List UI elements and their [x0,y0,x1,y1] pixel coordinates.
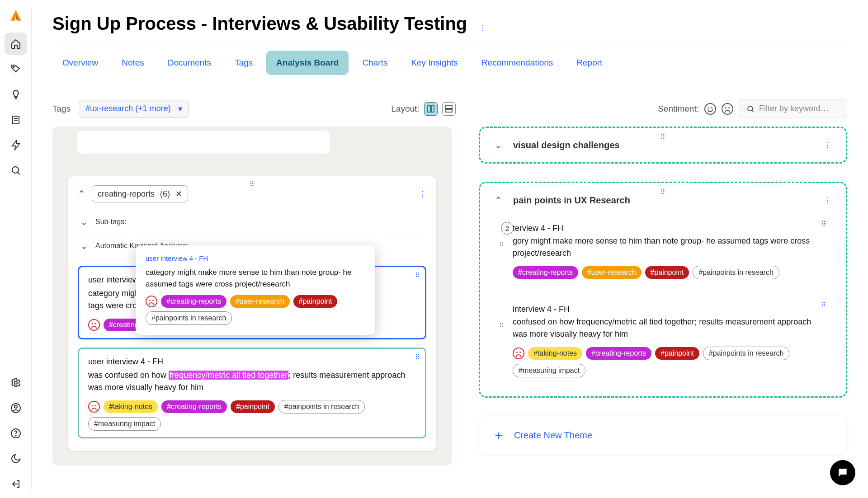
note-source: user interview 4 - FH [88,357,416,366]
page-title-more-icon[interactable]: ⋮ [479,23,486,32]
theme-more-icon[interactable]: ⋮ [824,141,831,150]
nav-tag-icon[interactable] [5,58,27,80]
tab-analysis-board[interactable]: Analysis Board [266,51,349,75]
keyword-filter-input[interactable]: Filter by keyword… [739,99,847,118]
tag-pill[interactable]: #taking-notes [528,347,582,360]
tag-pill[interactable]: #painpoints in research [146,311,232,325]
theme-note-tags: #taking-notes#creating-reports#painpoint… [513,347,822,377]
intercom-launcher[interactable] [830,460,855,485]
note-preview-popover: user interview 4 - FH category might mak… [136,245,375,335]
tag-pill[interactable]: #user-research [582,266,642,279]
svg-point-2 [13,66,14,68]
layout-columns-button[interactable] [424,102,438,116]
tab-notes[interactable]: Notes [112,51,154,75]
tab-documents[interactable]: Documents [158,51,221,75]
tab-overview[interactable]: Overview [52,51,108,75]
note-reorder-handle-icon[interactable]: ⠿ [499,322,504,329]
tags-filter-value: #ux-research (+1 more) [85,104,171,113]
svg-rect-14 [428,106,430,112]
svg-point-18 [748,106,753,111]
note-drag-handle-icon[interactable]: ⠿ [415,272,420,279]
toggle-theme-button[interactable]: ⌄ [495,140,502,150]
note-tag-row: #taking-notes#creating-reports#painpoint… [88,400,416,431]
sentiment-label: Sentiment: [658,104,699,114]
expand-subtags-button[interactable]: ⌄ [80,216,88,227]
tag-pill[interactable]: #painpoint [655,347,699,360]
create-theme-label: Create New Theme [514,430,592,441]
popover-body: category might make more sense to him th… [146,267,365,290]
theme-note-body: confused on how frequency/metric all tie… [513,316,822,340]
theme-more-icon[interactable]: ⋮ [824,196,831,205]
nav-account-icon[interactable] [5,397,27,419]
app-sidebar [0,0,32,498]
nav-home[interactable] [5,33,27,55]
nav-insights-icon[interactable] [5,83,27,106]
tab-bar: OverviewNotesDocumentsTagsAnalysis Board… [52,46,847,75]
theme-note-source: terview 4 - FH [513,224,822,233]
nav-settings-icon[interactable] [5,371,27,394]
tag-pill[interactable]: #creating-reports [161,400,227,413]
nav-docs-icon[interactable] [5,108,27,131]
note-drag-handle-icon[interactable]: ⠿ [821,220,826,227]
tab-report[interactable]: Report [566,51,612,75]
tags-filter-dropdown[interactable]: #ux-research (+1 more) ▾ [79,100,189,118]
tab-recommendations[interactable]: Recommendations [472,51,563,75]
subtags-label: Sub-tags: [95,218,126,226]
plus-icon: ＋ [492,427,505,444]
tag-pill[interactable]: #user-research [230,295,290,308]
group-more-icon[interactable]: ⋮ [419,190,426,198]
theme-note-tags: #creating-reports#user-research#painpoin… [513,266,822,279]
drag-handle-icon[interactable]: ⠿ [249,180,255,188]
svg-rect-16 [446,106,452,108]
nav-bolt-icon[interactable] [5,134,27,156]
theme-drag-handle-icon[interactable]: ⠿ [660,132,666,141]
tag-pill[interactable]: #measuring impact [88,417,161,431]
svg-point-11 [14,405,17,408]
toggle-theme-button[interactable]: ⌃ [495,195,502,206]
nav-logout-icon[interactable] [5,473,27,495]
note-drag-handle-icon[interactable]: ⠿ [821,301,826,308]
note-reorder-handle-icon[interactable]: ⠿ [499,241,504,248]
note-card[interactable]: ⠿ user interview 4 - FH was confused on … [78,348,426,438]
tag-pill[interactable]: #painpoint [293,295,338,308]
nav-darkmode-icon[interactable] [5,447,27,470]
nav-search-icon[interactable] [5,159,27,182]
tag-pill[interactable]: #painpoint [231,400,275,413]
tab-charts[interactable]: Charts [352,51,397,75]
right-column: ⠿ ⌄ visual design challenges ⋮ ⠿ ⌃ pain … [479,127,847,465]
theme-note-source: interview 4 - FH [513,305,822,314]
theme-note-card[interactable]: ⠿ ⠿ interview 4 - FH confused on how fre… [495,296,831,385]
sentiment-frown-icon [88,401,100,413]
group-tag-chip[interactable]: creating-reports (6) ✕ [92,185,188,202]
theme-title: pain points in UX Research [513,195,630,206]
svg-rect-17 [446,109,452,112]
remove-tag-icon[interactable]: ✕ [175,189,182,199]
tag-pill[interactable]: #creating-reports [513,266,578,279]
board-toolbar: Tags #ux-research (+1 more) ▾ Layout: Se… [52,87,847,127]
tag-pill[interactable]: #taking-notes [104,400,158,413]
theme-note-card[interactable]: ⠿ ⠿ 2 terview 4 - FH gory might make mor… [495,216,831,287]
tab-key-insights[interactable]: Key Insights [401,51,468,75]
page-title: Sign Up Process - Interviews & Usability… [52,14,467,34]
theme-container: ⠿ ⌃ pain points in UX Research ⋮ ⠿ ⠿ 2 t… [479,182,847,398]
sentiment-positive-button[interactable] [704,103,716,115]
tag-pill[interactable]: #painpoint [645,266,689,279]
tag-pill[interactable]: #painpoints in research [703,347,789,360]
tag-pill[interactable]: #creating-reports [161,295,226,308]
group-tag-count: (6) [160,189,170,199]
expand-keywords-button[interactable]: ⌄ [80,240,88,251]
tag-pill[interactable]: #painpoints in research [278,400,365,413]
collapse-group-button[interactable]: ⌃ [78,188,85,199]
sentiment-negative-button[interactable] [722,103,733,115]
note-drag-handle-icon[interactable]: ⠿ [415,353,420,361]
create-theme-button[interactable]: ＋ Create New Theme [479,416,847,455]
collapsed-card[interactable] [77,131,330,154]
nav-help-icon[interactable] [5,422,27,445]
tab-tags[interactable]: Tags [225,51,263,75]
tag-pill[interactable]: #creating-reports [586,347,651,360]
search-placeholder: Filter by keyword… [759,104,829,113]
tag-pill[interactable]: #measuring impact [513,364,585,377]
tag-pill[interactable]: #painpoints in research [693,266,779,279]
layout-rows-button[interactable] [442,102,456,116]
theme-drag-handle-icon[interactable]: ⠿ [660,188,666,196]
